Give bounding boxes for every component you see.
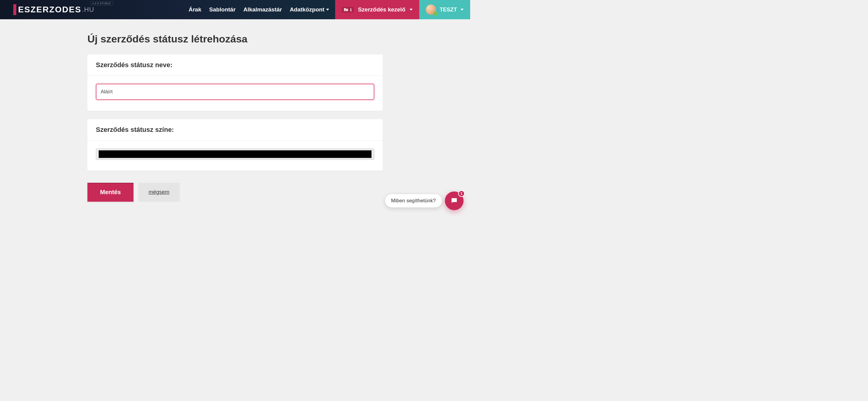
color-swatch (98, 150, 372, 158)
nav-label: Alkalmazástár (244, 6, 282, 13)
chevron-down-icon (410, 9, 412, 10)
brand-main-text: ESZERZODES (18, 5, 82, 14)
document-icon (344, 7, 348, 12)
nav-label: Adatközpont (290, 6, 324, 13)
status-name-card: Szerződés státusz neve: (87, 55, 383, 111)
user-menu-button[interactable]: TESZT (419, 0, 470, 19)
status-color-card: Szerződés státusz színe: (87, 119, 383, 171)
status-name-input[interactable] (96, 84, 374, 100)
main-container: Új szerződés státusz létrehozása Szerződ… (87, 19, 383, 202)
status-name-label: Szerződés státusz neve: (87, 55, 383, 76)
nav-links: Árak Sablontár Alkalmazástár Adatközpont (189, 6, 330, 13)
chat-unread-badge: 1 (458, 190, 465, 197)
chat-widget: Miben segíthetünk? 1 (385, 192, 464, 210)
form-actions: Mentés mégsem (87, 183, 383, 202)
contract-manager-button[interactable]: 1 Szerződés kezelő (335, 0, 419, 19)
nav-link-adatkozpont[interactable]: Adatközpont (290, 6, 329, 13)
online-indicator-icon (433, 12, 437, 15)
nav-label: Árak (189, 6, 201, 13)
page-title: Új szerződés státusz létrehozása (87, 33, 383, 45)
chat-icon (450, 197, 458, 205)
brand-bar-icon (13, 4, 16, 15)
document-count-badge: 1 (342, 7, 353, 13)
nav-label: Sablontár (209, 6, 236, 13)
avatar (426, 4, 436, 15)
document-badge-count: 1 (350, 7, 352, 12)
status-color-input[interactable] (96, 148, 374, 160)
version-badge: v.4.0 STABLE (90, 1, 113, 5)
cancel-button[interactable]: mégsem (138, 183, 180, 202)
status-color-label: Szerződés státusz színe: (87, 119, 383, 141)
contract-manager-label: Szerződés kezelő (358, 6, 405, 13)
save-button[interactable]: Mentés (87, 183, 133, 202)
chat-prompt[interactable]: Miben segíthetünk? (385, 194, 442, 207)
brand-logo[interactable]: ESZERZODES .HU v.4.0 STABLE (13, 4, 94, 15)
chevron-down-icon (461, 9, 464, 10)
user-name: TESZT (440, 7, 457, 13)
navbar: ESZERZODES .HU v.4.0 STABLE Árak Sablont… (0, 0, 470, 19)
chevron-down-icon (326, 9, 329, 10)
nav-link-sablontar[interactable]: Sablontár (209, 6, 236, 13)
brand-sub-text: .HU (82, 6, 94, 13)
chat-open-button[interactable]: 1 (445, 192, 464, 210)
nav-link-alkalmazastar[interactable]: Alkalmazástár (244, 6, 282, 13)
nav-link-arak[interactable]: Árak (189, 6, 201, 13)
